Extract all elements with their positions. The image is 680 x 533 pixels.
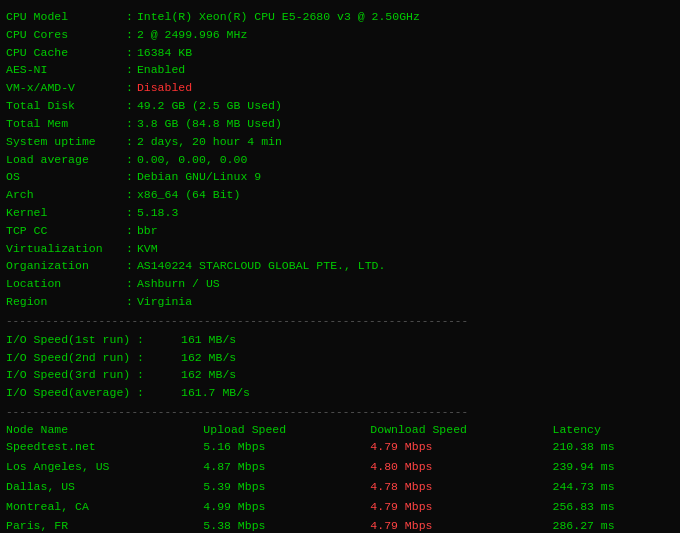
system-info-row: Organization: AS140224 STARCLOUD GLOBAL …	[6, 257, 674, 275]
network-upload: 4.99 Mbps	[203, 497, 370, 517]
system-info-row: Arch: x86_64 (64 Bit)	[6, 186, 674, 204]
system-info-row: CPU Cache: 16384 KB	[6, 44, 674, 62]
colon: :	[126, 222, 133, 240]
system-label: Load average	[6, 151, 126, 169]
system-label: Total Mem	[6, 115, 126, 133]
network-download: 4.79 Mbps	[370, 497, 552, 517]
io-value: 161 MB/s	[181, 331, 236, 349]
network-row: Los Angeles, US4.87 Mbps4.80 Mbps239.94 …	[6, 457, 674, 477]
col-header-node: Node Name	[6, 422, 203, 437]
network-upload: 5.16 Mbps	[203, 437, 370, 457]
io-row: I/O Speed(average) : 161.7 MB/s	[6, 384, 674, 402]
system-label: Arch	[6, 186, 126, 204]
system-value: Debian GNU/Linux 9	[137, 168, 261, 186]
system-info: CPU Model: Intel(R) Xeon(R) CPU E5-2680 …	[6, 8, 674, 311]
system-label: Region	[6, 293, 126, 311]
network-latency: 256.83 ms	[553, 497, 674, 517]
colon: :	[126, 275, 133, 293]
system-value: 3.8 GB (84.8 MB Used)	[137, 115, 282, 133]
col-header-latency: Latency	[553, 422, 674, 437]
system-label: System uptime	[6, 133, 126, 151]
colon: :	[126, 79, 133, 97]
system-value: 2 @ 2499.996 MHz	[137, 26, 247, 44]
system-label: AES-NI	[6, 61, 126, 79]
system-value: Enabled	[137, 61, 185, 79]
network-node: Dallas, US	[6, 477, 203, 497]
system-value: x86_64 (64 Bit)	[137, 186, 241, 204]
system-value: 0.00, 0.00, 0.00	[137, 151, 247, 169]
system-label: Organization	[6, 257, 126, 275]
io-label: I/O Speed(1st run) :	[6, 331, 181, 349]
io-value: 162 MB/s	[181, 366, 236, 384]
network-download: 4.79 Mbps	[370, 516, 552, 533]
network-latency: 239.94 ms	[553, 457, 674, 477]
io-label: I/O Speed(2nd run) :	[6, 349, 181, 367]
system-info-row: OS: Debian GNU/Linux 9	[6, 168, 674, 186]
io-label: I/O Speed(average) :	[6, 384, 181, 402]
system-value: Intel(R) Xeon(R) CPU E5-2680 v3 @ 2.50GH…	[137, 8, 420, 26]
colon: :	[126, 151, 133, 169]
system-label: Virtualization	[6, 240, 126, 258]
network-download: 4.79 Mbps	[370, 437, 552, 457]
io-label: I/O Speed(3rd run) :	[6, 366, 181, 384]
network-latency: 286.27 ms	[553, 516, 674, 533]
system-value: 49.2 GB (2.5 GB Used)	[137, 97, 282, 115]
network-row: Montreal, CA4.99 Mbps4.79 Mbps256.83 ms	[6, 497, 674, 517]
system-label: TCP CC	[6, 222, 126, 240]
colon: :	[126, 61, 133, 79]
system-label: VM-x/AMD-V	[6, 79, 126, 97]
network-row: Speedtest.net5.16 Mbps4.79 Mbps210.38 ms	[6, 437, 674, 457]
system-label: Location	[6, 275, 126, 293]
io-row: I/O Speed(1st run) : 161 MB/s	[6, 331, 674, 349]
system-value: AS140224 STARCLOUD GLOBAL PTE., LTD.	[137, 257, 385, 275]
system-value: 2 days, 20 hour 4 min	[137, 133, 282, 151]
io-value: 162 MB/s	[181, 349, 236, 367]
system-info-row: Region: Virginia	[6, 293, 674, 311]
system-value: 5.18.3	[137, 204, 178, 222]
divider-1: ----------------------------------------…	[6, 315, 674, 327]
network-latency: 244.73 ms	[553, 477, 674, 497]
colon: :	[126, 115, 133, 133]
system-info-row: AES-NI: Enabled	[6, 61, 674, 79]
io-row: I/O Speed(3rd run) : 162 MB/s	[6, 366, 674, 384]
system-label: OS	[6, 168, 126, 186]
io-section: I/O Speed(1st run) : 161 MB/sI/O Speed(2…	[6, 331, 674, 402]
network-upload: 5.38 Mbps	[203, 516, 370, 533]
colon: :	[126, 133, 133, 151]
network-download: 4.80 Mbps	[370, 457, 552, 477]
network-node: Montreal, CA	[6, 497, 203, 517]
system-value: KVM	[137, 240, 158, 258]
system-value: Virginia	[137, 293, 192, 311]
colon: :	[126, 168, 133, 186]
system-value: Disabled	[137, 79, 192, 97]
system-label: Kernel	[6, 204, 126, 222]
network-row: Paris, FR5.38 Mbps4.79 Mbps286.27 ms	[6, 516, 674, 533]
system-value: Ashburn / US	[137, 275, 220, 293]
system-info-row: VM-x/AMD-V: Disabled	[6, 79, 674, 97]
colon: :	[126, 97, 133, 115]
colon: :	[126, 44, 133, 62]
system-info-row: Virtualization: KVM	[6, 240, 674, 258]
network-download: 4.78 Mbps	[370, 477, 552, 497]
colon: :	[126, 293, 133, 311]
system-value: bbr	[137, 222, 158, 240]
colon: :	[126, 8, 133, 26]
network-upload: 4.87 Mbps	[203, 457, 370, 477]
network-upload: 5.39 Mbps	[203, 477, 370, 497]
colon: :	[126, 240, 133, 258]
colon: :	[126, 204, 133, 222]
network-table: Node Name Upload Speed Download Speed La…	[6, 422, 674, 533]
system-info-row: Load average: 0.00, 0.00, 0.00	[6, 151, 674, 169]
network-node: Paris, FR	[6, 516, 203, 533]
io-row: I/O Speed(2nd run) : 162 MB/s	[6, 349, 674, 367]
network-node: Speedtest.net	[6, 437, 203, 457]
network-node: Los Angeles, US	[6, 457, 203, 477]
col-header-upload: Upload Speed	[203, 422, 370, 437]
io-value: 161.7 MB/s	[181, 384, 250, 402]
system-info-row: CPU Model: Intel(R) Xeon(R) CPU E5-2680 …	[6, 8, 674, 26]
col-header-download: Download Speed	[370, 422, 552, 437]
system-label: CPU Cache	[6, 44, 126, 62]
network-table-header: Node Name Upload Speed Download Speed La…	[6, 422, 674, 437]
network-section: Node Name Upload Speed Download Speed La…	[6, 422, 674, 533]
system-info-row: Kernel: 5.18.3	[6, 204, 674, 222]
